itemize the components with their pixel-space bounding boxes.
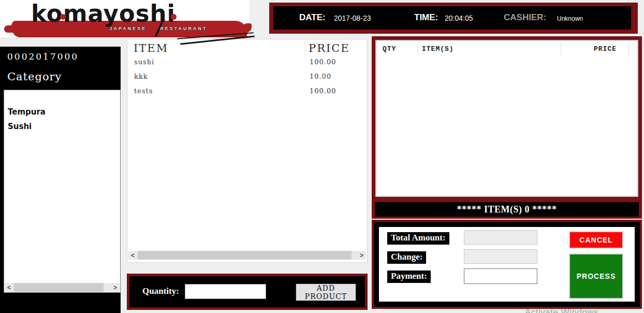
- product-row-item[interactable]: sushi: [134, 58, 154, 66]
- scrollbar-thumb[interactable]: [138, 251, 352, 260]
- scroll-left-icon[interactable]: <: [5, 283, 13, 292]
- product-row-price[interactable]: 100.00: [310, 87, 336, 95]
- product-column-item: ITEM: [134, 42, 168, 54]
- column-divider: [561, 42, 561, 56]
- cashier-label: CASHIER:: [504, 12, 546, 23]
- add-product-button[interactable]: ADD PRODUCT: [295, 283, 357, 302]
- tagline-japanese: JAPANESE: [109, 26, 147, 31]
- total-amount-label: Total Amount:: [387, 232, 449, 245]
- datetime-bar: DATE: 2017-08-23 TIME: 20:04:05 CASHIER:…: [269, 3, 638, 34]
- scroll-left-icon[interactable]: <: [128, 251, 137, 260]
- category-listbox[interactable]: Tempura Sushi < >: [4, 90, 121, 293]
- logo-dot-icon: [171, 14, 177, 20]
- order-list-grid[interactable]: QTY ITEM(S) PRICE: [375, 40, 638, 197]
- product-row-item[interactable]: kkk: [134, 73, 148, 80]
- activate-windows-watermark: Activate Windows: [525, 307, 598, 313]
- datetime-bar-inner: DATE: 2017-08-23 TIME: 20:04:05 CASHIER:…: [273, 6, 631, 30]
- product-row-price[interactable]: 100.00: [310, 58, 336, 66]
- cancel-button[interactable]: CANCEL: [569, 231, 623, 249]
- product-row-price[interactable]: 10.00: [310, 73, 331, 80]
- process-button[interactable]: PROCESS: [569, 253, 623, 299]
- logo-panel: komayoshi JAPANESE RESTAURANT: [0, 0, 250, 38]
- date-value: 2017-08-23: [334, 14, 371, 22]
- sidebar: 0002017000 Category Tempura Sushi < >: [0, 47, 121, 313]
- tagline-restaurant: RESTAURANT: [160, 26, 207, 31]
- item-count-bar: ***** ITEM(S) 0 *****: [372, 200, 642, 219]
- quantity-label: Quantity:: [142, 286, 179, 296]
- quantity-input[interactable]: [185, 284, 266, 299]
- order-list-panel: QTY ITEM(S) PRICE: [372, 36, 642, 200]
- category-item-tempura[interactable]: Tempura: [4, 105, 120, 119]
- brand-title: komayoshi: [31, 0, 175, 28]
- order-column-qty: QTY: [383, 45, 396, 53]
- payment-panel: Total Amount: Change: Payment: CANCEL PR…: [372, 220, 642, 309]
- change-label: Change:: [387, 251, 426, 264]
- scroll-right-icon[interactable]: >: [357, 251, 366, 260]
- category-label: Category: [7, 70, 62, 83]
- product-row-item[interactable]: tests: [134, 87, 153, 95]
- column-divider: [418, 42, 418, 56]
- product-horizontal-scrollbar[interactable]: < >: [128, 251, 366, 260]
- category-horizontal-scrollbar[interactable]: < >: [5, 283, 120, 292]
- product-column-price: PRICE: [309, 42, 350, 54]
- change-field: [464, 249, 537, 264]
- payment-field[interactable]: [464, 268, 537, 284]
- category-item-sushi[interactable]: Sushi: [4, 119, 120, 134]
- scroll-right-icon[interactable]: >: [111, 283, 120, 292]
- logo-dot-icon: [60, 14, 66, 20]
- date-label: DATE:: [299, 12, 326, 23]
- payment-label: Payment:: [387, 271, 431, 283]
- order-column-price: PRICE: [594, 45, 617, 53]
- item-count-text: ***** ITEM(S) 0 *****: [375, 202, 639, 217]
- scrollbar-thumb[interactable]: [14, 283, 104, 292]
- total-amount-field: [464, 230, 537, 245]
- time-value: 20:04:05: [445, 14, 473, 22]
- time-label: TIME:: [414, 12, 438, 23]
- quantity-panel: Quantity: ADD PRODUCT: [127, 274, 368, 310]
- product-list-panel: ITEM PRICE sushi 100.00 kkk 10.00 tests …: [127, 39, 368, 263]
- order-column-items: ITEM(S): [422, 45, 454, 53]
- column-divider: [305, 40, 305, 56]
- transaction-number: 0002017000: [7, 51, 79, 62]
- cashier-value: Unknown: [557, 15, 583, 22]
- column-divider: [628, 42, 629, 56]
